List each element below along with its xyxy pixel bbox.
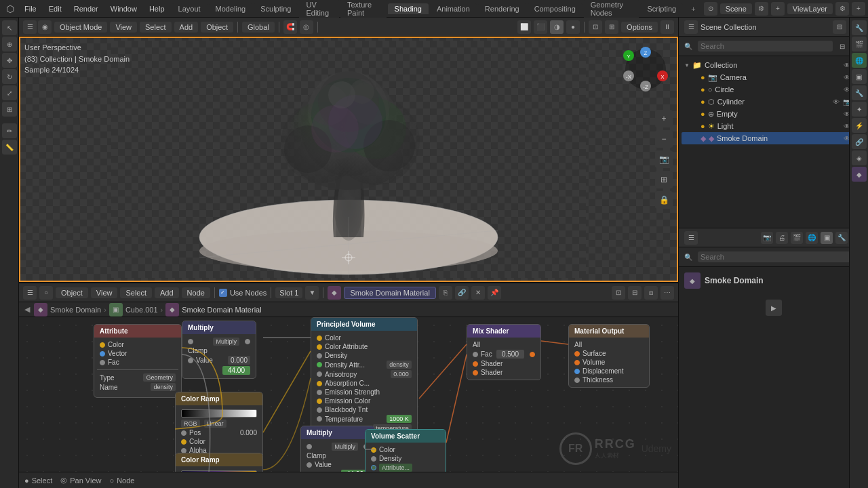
mix-shader1[interactable] (473, 361, 478, 367)
menu-edit[interactable]: Edit (43, 3, 67, 14)
scene-selector[interactable]: Scene (720, 3, 752, 14)
vp-tool-lock[interactable]: 🔒 (655, 191, 673, 209)
status-node[interactable]: ○ Node (110, 476, 135, 485)
attribute-node-header[interactable]: Attribute (94, 325, 181, 338)
ne-settings-icon[interactable]: ⊟ (628, 286, 642, 300)
properties-type-icon[interactable]: ☰ (684, 231, 698, 245)
world-props-icon[interactable]: 🌐 (806, 232, 818, 244)
breadcrumb-item-1[interactable]: Smoke Domain (50, 306, 101, 314)
pv-density-socket[interactable] (317, 353, 322, 359)
sidebar-tool-transform[interactable]: ⊞ (2, 102, 17, 117)
smoke-domain-icon[interactable]: ◆ (34, 303, 47, 317)
prop-icon-world[interactable]: 🌐 (852, 53, 867, 68)
mul1-out-socket[interactable] (245, 339, 250, 344)
multiply-node-2[interactable]: Multiply Multiply Clamp Va (300, 426, 375, 472)
attr-fac-socket[interactable] (100, 360, 105, 365)
properties-search-input[interactable] (698, 251, 865, 262)
sidebar-tool-measure[interactable]: 📏 (2, 140, 17, 155)
mul1-in-socket[interactable] (188, 339, 193, 344)
vs-density-socket[interactable] (371, 456, 376, 462)
scene-settings-icon[interactable]: ⚙ (755, 2, 768, 16)
mix-fac-socket[interactable] (473, 352, 478, 357)
tab-scripting[interactable]: Scripting (640, 3, 683, 14)
color-ramp-1-bar[interactable] (181, 409, 257, 418)
status-pan-view[interactable]: ◎ Pan View (60, 476, 101, 485)
multiply-node-1-header[interactable]: Multiply (182, 321, 256, 334)
sidebar-tool-move[interactable]: ✥ (2, 53, 17, 68)
prop-icon-material[interactable]: ◆ (852, 167, 867, 182)
vp-tool-camera[interactable]: 📷 (655, 150, 673, 168)
material-link-icon[interactable]: 🔗 (455, 286, 469, 300)
view-layer-add-icon[interactable]: + (852, 2, 865, 16)
gizmo-icon[interactable]: ⊞ (605, 20, 618, 34)
material-pin-icon[interactable]: 📌 (488, 286, 501, 300)
material-output-node[interactable]: Material Output All Surface Volume (568, 324, 650, 388)
ne-add-menu[interactable]: Add (155, 287, 179, 298)
mo-volume[interactable] (574, 360, 580, 365)
tab-animation[interactable]: Animation (430, 3, 477, 14)
engine-selector[interactable]: ⊙ (704, 2, 717, 16)
tree-item-light[interactable]: ● ☀ Light 👁 📷 (682, 120, 865, 132)
ne-select-menu[interactable]: Select (120, 287, 152, 298)
material-close-icon[interactable]: ✕ (471, 286, 485, 300)
mo-displacement[interactable] (574, 369, 580, 374)
material-icon[interactable]: ◆ (328, 286, 341, 300)
volume-scatter-header[interactable]: Volume Scatter (366, 430, 446, 443)
filter-icon-outliner[interactable]: ⊟ (835, 39, 849, 53)
add-menu[interactable]: Add (174, 22, 199, 33)
multiply-node-2-header[interactable]: Multiply (301, 426, 374, 439)
cr1-color-out[interactable] (181, 439, 186, 445)
tab-modeling[interactable]: Modeling (209, 3, 253, 14)
vp-tool-zoom-in[interactable]: + (655, 110, 673, 127)
mul1-type[interactable]: Multiply (213, 338, 239, 346)
color-ramp-1-header[interactable]: Color Ramp (176, 392, 262, 405)
material-output-header[interactable]: Material Output (569, 325, 649, 338)
shading-rendered[interactable]: ● (566, 20, 580, 34)
sidebar-tool-select[interactable]: ↖ (2, 20, 17, 35)
smoke-domain-prop-icon[interactable]: ◆ (684, 272, 701, 289)
transform-global[interactable]: Global (242, 22, 275, 33)
prop-icon-data[interactable]: ◈ (852, 150, 867, 165)
attr-name-value[interactable]: density (151, 383, 176, 391)
principled-volume-header[interactable]: Principled Volume (311, 318, 417, 331)
tree-item-camera[interactable]: ● 📷 Camera 👁 📷 (682, 71, 865, 83)
outliner-type-icon[interactable]: ☰ (684, 20, 698, 34)
tree-item-empty[interactable]: ● ⊕ Empty 👁 📷 (682, 108, 865, 120)
color-ramp-2[interactable]: Color Ramp RGB Linear Pos 0.282 (175, 453, 263, 472)
vs-attr-in[interactable] (371, 465, 376, 470)
mul2-in[interactable] (307, 444, 312, 449)
pv-color-attr-socket[interactable] (317, 344, 322, 350)
slot-arrow[interactable]: ▼ (305, 286, 319, 300)
viewport-type-icon[interactable]: ☰ (23, 20, 37, 34)
prop-icon-particle[interactable]: ✦ (852, 102, 867, 117)
ne-mode-icon[interactable]: ○ (39, 286, 53, 300)
ne-type-icon[interactable]: ☰ (23, 286, 37, 300)
attribute-node[interactable]: Attribute Color Vector Fac (94, 324, 182, 398)
mo-thickness[interactable] (574, 378, 580, 383)
proportional-icon[interactable]: ◎ (300, 20, 313, 34)
pv-anisotropy-socket[interactable] (317, 371, 322, 377)
vp-tool-grid[interactable]: ⊞ (655, 171, 673, 188)
mix-shader-node[interactable]: Mix Shader All Fac 0.500 (467, 324, 541, 380)
sidebar-tool-rotate[interactable]: ↻ (2, 69, 17, 84)
principled-volume-node[interactable]: Principled Volume Color Color Attribute (311, 317, 418, 436)
sidebar-tool-cursor[interactable]: ⊕ (2, 37, 17, 52)
render-pause-icon[interactable]: ⏸ (660, 20, 674, 34)
menu-file[interactable]: File (19, 3, 42, 14)
vp-tool-zoom-out[interactable]: − (655, 130, 673, 148)
view-menu[interactable]: View (110, 22, 137, 33)
prop-icon-constraint[interactable]: 🔗 (852, 134, 867, 149)
view-layer-selector[interactable]: ViewLayer (787, 3, 833, 14)
mul1-val-socket[interactable] (188, 358, 193, 363)
overlay-icon[interactable]: ⊡ (589, 20, 602, 34)
multiply-node-1[interactable]: Multiply Multiply Clamp Va (182, 321, 256, 379)
ne-node-menu[interactable]: Node (182, 287, 210, 298)
slot-button[interactable]: Slot 1 (275, 287, 302, 298)
material-dot-icon[interactable]: ◆ (165, 303, 179, 317)
tree-item-circle[interactable]: ● ○ Circle 👁 📷 (682, 83, 865, 96)
cr1-pos-l-socket[interactable] (181, 430, 186, 436)
mul2-type[interactable]: Multiply (332, 443, 358, 451)
shading-solid[interactable]: ⬛ (534, 20, 547, 34)
prop-icon-active-tool[interactable]: 🔧 (852, 20, 867, 35)
tree-item-collection[interactable]: ▼ 📁 Collection 👁 📷 (682, 59, 865, 71)
